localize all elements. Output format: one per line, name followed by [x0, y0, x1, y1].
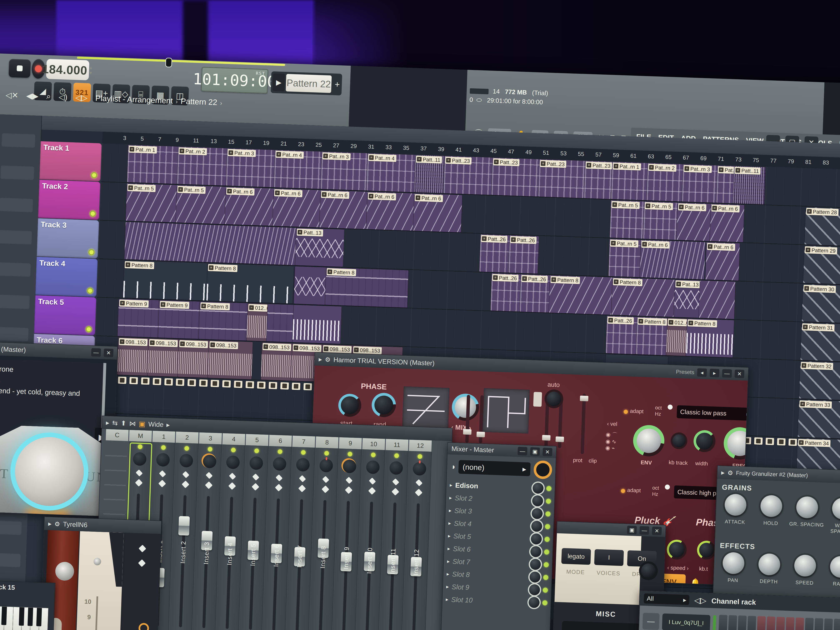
playlist-clip[interactable]: ≡Pattern 8 [685, 319, 734, 358]
mixer-menu-arrow-icon[interactable]: ▸ [106, 419, 109, 427]
playlist-clip[interactable] [266, 304, 294, 342]
strip-stereo-button[interactable] [275, 484, 283, 491]
fx-slot-led[interactable] [545, 524, 550, 529]
mixer-column-header-10[interactable]: 10 [362, 438, 385, 450]
playlist-clip[interactable] [294, 266, 327, 305]
granulizer-knob-gr-spacing[interactable] [796, 496, 818, 519]
fx-slot-led[interactable] [542, 600, 548, 605]
zoom-icon[interactable]: ⌕ [46, 92, 51, 101]
strip-stereo-button[interactable] [205, 482, 213, 489]
tyrell-diamond-button[interactable] [138, 559, 146, 567]
fx-maximize-button[interactable]: ▣ [530, 447, 540, 456]
playlist-clip[interactable]: ≡Pat..rn 6 [705, 242, 740, 281]
playlist-clip[interactable]: ≡Pat..rn 2 [646, 163, 683, 202]
filter1-oct-hz-toggle[interactable]: octHz [655, 404, 662, 417]
playlist-clip[interactable]: ≡Pattern 8 [636, 317, 668, 355]
mixer-swap-icon[interactable]: ⇆ [112, 419, 118, 427]
pattern-chip[interactable] [118, 376, 126, 384]
voices-button-mode[interactable]: legato [561, 548, 591, 565]
pattern-chip[interactable] [234, 381, 243, 388]
voices-close-button[interactable]: ✕ [652, 526, 662, 535]
step-cell-6[interactable] [766, 616, 775, 630]
channel-level-bar[interactable] [713, 615, 716, 630]
granulizer-knob-rand[interactable] [830, 556, 840, 578]
phase-mix-knob[interactable] [452, 393, 479, 421]
pattern-chip[interactable] [129, 377, 138, 384]
phase-mini-button[interactable] [533, 392, 542, 407]
seek-arrows-icon[interactable]: ◀▶ [26, 91, 38, 101]
stop-button[interactable] [8, 59, 31, 78]
mixer-column-header-12[interactable]: 12 [409, 440, 432, 452]
playlist-clip[interactable]: ≡Pattern 9 [158, 300, 200, 339]
filter1-oct-dot[interactable] [668, 404, 673, 410]
fx-slot-led[interactable] [545, 511, 551, 516]
mixer-column-header-6[interactable]: 6 [269, 435, 292, 447]
pattern-chip[interactable] [141, 377, 150, 385]
filter1-adapt-led[interactable] [624, 410, 628, 414]
gear-icon[interactable]: ⚙ [325, 356, 331, 363]
mixer-column-header-M[interactable]: M [129, 430, 152, 442]
strip-pan-knob[interactable] [203, 455, 216, 468]
strip-sep-button[interactable] [299, 475, 306, 482]
strip-sep-button[interactable] [182, 471, 189, 478]
pattern-chip[interactable] [303, 383, 312, 390]
playlist-clip[interactable]: ≈098..153 [117, 337, 149, 376]
playlist-clip[interactable]: ≡Patt..13 [295, 228, 344, 267]
playlist-clip[interactable]: ≈012..059 [246, 303, 268, 341]
pattern-chip[interactable] [788, 439, 797, 446]
strip-stereo-button[interactable] [392, 488, 399, 496]
piano-black-key[interactable] [19, 607, 24, 626]
browser-slot[interactable] [0, 230, 32, 245]
mute-speaker-icon[interactable]: ◁✕ [5, 90, 19, 100]
track-header-2[interactable]: Track 2 [38, 180, 100, 220]
strip-sep-button[interactable] [415, 479, 423, 486]
harmor-close-button[interactable]: ✕ [734, 369, 744, 378]
playlist-clip[interactable]: ≡Pattern 8 [123, 260, 208, 301]
playlist-clip[interactable]: ≡Patt..26 [490, 273, 521, 312]
mixer-view-icon[interactable]: ▣ [139, 420, 145, 428]
strip-sep-button[interactable] [369, 477, 376, 485]
playlist-clip[interactable]: ≡Pat..rn 6 [319, 190, 368, 229]
tyrell-collapse-icon[interactable]: ▸ [48, 519, 52, 528]
filter1-freq-knob[interactable] [723, 427, 748, 460]
playlist-clip[interactable]: ≡Pat..rn 4 [273, 150, 322, 189]
voices-detach-button[interactable]: ▣ [627, 526, 637, 534]
tyrell-orange-toggle[interactable] [138, 623, 149, 630]
browser-slot[interactable] [0, 262, 31, 277]
playlist-clip[interactable]: ≡Patt..23 [584, 161, 613, 199]
strip-sep-button[interactable] [159, 470, 166, 477]
fx-slot-knob[interactable] [531, 533, 542, 545]
tempo-display[interactable]: 184.000▲▼ [46, 59, 89, 81]
fx-routing-icon[interactable]: ◑ [450, 462, 455, 471]
playlist-clip-selected[interactable]: ≡Pattern 30 [802, 284, 840, 324]
mixer-view-arrow[interactable]: ▸ [166, 421, 170, 429]
playlist-clip-selected[interactable]: ≡Pattern 32 [799, 361, 840, 401]
playlist-clip[interactable]: ≡Pat..rn 2 [177, 147, 227, 186]
pattern-chip[interactable] [766, 438, 774, 445]
granulizer-gear-icon[interactable]: ⚙ [727, 469, 733, 477]
playlist-clip-selected[interactable]: ≡Pattern 28 [804, 207, 840, 247]
strip-pan-knob[interactable] [389, 461, 403, 475]
pattern-chip[interactable] [292, 383, 300, 390]
browser-slot[interactable] [0, 520, 22, 535]
mixer-column-header-5[interactable]: 5 [246, 434, 268, 446]
track-header-5[interactable]: Track 5 [34, 295, 96, 335]
mixer-link-icon[interactable]: ⋈ [129, 419, 136, 428]
lfo-speed-knob[interactable] [666, 539, 687, 560]
granulizer-knob-attack[interactable] [725, 494, 747, 516]
step-cell-9[interactable] [795, 617, 804, 630]
strip-stereo-button[interactable] [182, 481, 189, 488]
playlist-clip[interactable]: ≡Pat..rn 1 [127, 145, 178, 184]
seek-handle[interactable] [165, 57, 172, 67]
strip-stereo-button[interactable] [322, 485, 329, 493]
strip-stereo-button[interactable] [415, 489, 423, 496]
mixer-column-header-7[interactable]: 7 [292, 436, 315, 448]
strip-pan-knob[interactable] [249, 456, 263, 470]
fx-slot-led[interactable] [545, 537, 550, 542]
step-cell-11[interactable] [815, 618, 823, 630]
step-cell-4[interactable] [747, 616, 756, 630]
mixer-column-header-C[interactable]: C [106, 429, 128, 441]
playlist-clip[interactable]: ≡Patt..23 [443, 156, 493, 195]
piano-black-key[interactable] [36, 608, 42, 627]
browser-slot[interactable] [0, 327, 28, 341]
